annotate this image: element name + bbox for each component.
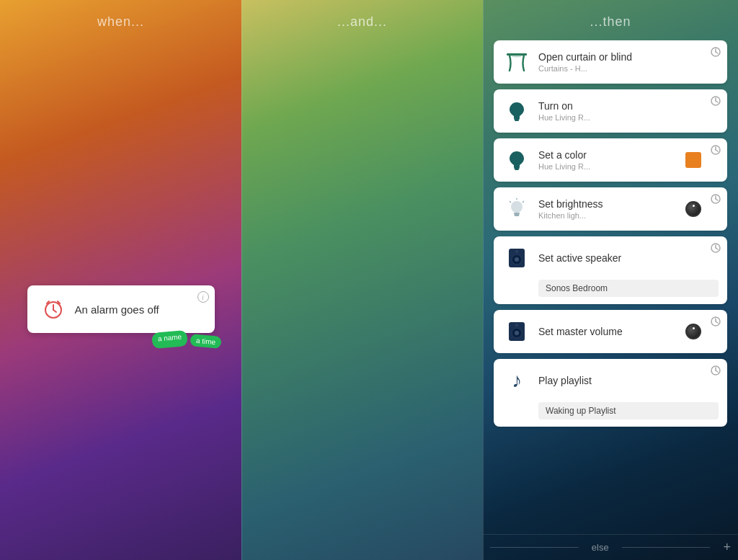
then-card-subtitle-3: Kitchen ligh... <box>538 211 678 220</box>
then-cards-list: Open curtain or blind Curtains - H... <box>483 40 738 538</box>
brightness-knob[interactable] <box>685 201 701 217</box>
speaker-icon-wrap-5 <box>502 317 531 346</box>
then-card-title-6: Play playlist <box>538 375 719 386</box>
col-divider-1 <box>241 0 242 560</box>
then-header: ...then <box>483 0 738 40</box>
then-card-title-2: Set a color <box>538 149 678 161</box>
speaker-icon-5 <box>504 319 530 345</box>
light-bulb-icon-wrap <box>502 195 531 223</box>
timer-icon-1[interactable] <box>710 95 721 107</box>
svg-line-11 <box>716 101 718 102</box>
then-card-set-color[interactable]: Set a color Hue Living R... <box>494 138 727 182</box>
svg-line-28 <box>716 248 718 249</box>
then-card-title-3: Set brightness <box>538 198 678 210</box>
color-swatch[interactable] <box>685 152 701 168</box>
then-card-title-4: Set active speaker <box>538 252 719 264</box>
svg-rect-17 <box>514 167 520 169</box>
else-line-left <box>490 547 579 548</box>
hue-bulb-icon-2 <box>504 147 530 173</box>
then-card-play-playlist[interactable]: ♪ Play playlist Waking up Playlist <box>494 359 727 427</box>
svg-line-24 <box>523 201 524 203</box>
then-card-top-5: Set master volume <box>502 317 719 346</box>
hue-icon-wrap-2 <box>502 146 531 174</box>
svg-point-39 <box>515 324 518 326</box>
when-card-title: An alarm goes off <box>75 303 159 316</box>
svg-line-7 <box>716 52 718 53</box>
tag-time[interactable]: a time <box>190 334 223 349</box>
then-card-subtitle-2: Hue Living R... <box>538 162 678 171</box>
hue-icon-wrap-1 <box>502 97 531 125</box>
tag-name[interactable]: a name <box>151 330 188 349</box>
then-card-set-volume[interactable]: Set master volume <box>494 310 727 353</box>
speaker-icon-wrap-4 <box>502 244 531 272</box>
alarm-clock-icon <box>42 298 65 321</box>
speaker-icon-4 <box>504 245 530 271</box>
else-label: else <box>592 542 609 553</box>
svg-line-16 <box>716 150 718 151</box>
then-card-top-6: ♪ Play playlist <box>502 366 719 395</box>
when-card: i An alarm goes off a name a time <box>27 285 215 333</box>
timer-icon-0[interactable] <box>710 46 721 58</box>
timer-icon-5[interactable] <box>710 316 721 327</box>
alarm-icon-wrap <box>40 296 66 322</box>
col-and: ...and... <box>241 0 483 560</box>
curtain-icon-wrap <box>502 48 531 76</box>
then-card-set-speaker[interactable]: Set active speaker Sonos Bedroom <box>494 236 727 304</box>
svg-line-21 <box>716 199 718 200</box>
info-icon[interactable]: i <box>197 291 209 303</box>
when-header: when... <box>0 0 241 40</box>
timer-icon-6[interactable] <box>710 365 721 376</box>
then-card-subtitle-0: Curtains - H... <box>538 64 719 73</box>
then-card-open-curtain[interactable]: Open curtain or blind Curtains - H... <box>494 40 727 84</box>
svg-point-32 <box>515 250 518 253</box>
then-card-top-0: Open curtain or blind Curtains - H... <box>502 48 719 76</box>
svg-point-22 <box>511 201 523 213</box>
then-card-title-1: Turn on <box>538 100 719 112</box>
then-card-content-6: Play playlist <box>538 375 719 386</box>
then-card-title-5: Set master volume <box>538 326 678 337</box>
then-card-set-brightness[interactable]: Set brightness Kitchen ligh... <box>494 187 727 231</box>
and-header: ...and... <box>241 0 483 40</box>
tags-container: a name a time <box>152 332 222 347</box>
then-card-content-3: Set brightness Kitchen ligh... <box>538 198 678 220</box>
then-card-subtitle-1: Hue Living R... <box>538 113 719 122</box>
then-card-top-4: Set active speaker <box>502 244 719 272</box>
speaker-input[interactable]: Sonos Bedroom <box>538 280 719 297</box>
then-card-top-3: Set brightness Kitchen ligh... <box>502 195 719 223</box>
else-line-right <box>622 547 711 548</box>
then-card-content-2: Set a color Hue Living R... <box>538 149 678 171</box>
svg-line-42 <box>716 370 718 372</box>
col-then: ...then Op <box>483 0 738 560</box>
music-icon-wrap: ♪ <box>502 366 531 395</box>
col-divider-2 <box>483 0 484 560</box>
light-bulb-icon <box>504 196 530 222</box>
then-card-content-5: Set master volume <box>538 326 678 337</box>
svg-rect-13 <box>515 120 519 121</box>
svg-rect-18 <box>515 169 519 170</box>
hue-bulb-icon-1 <box>504 98 530 124</box>
svg-line-25 <box>510 201 511 203</box>
svg-line-2 <box>53 310 56 312</box>
then-card-top-2: Set a color Hue Living R... <box>502 146 719 174</box>
playlist-input[interactable]: Waking up Playlist <box>538 402 719 419</box>
music-note-icon: ♪ <box>512 369 522 392</box>
col-when: when... i An alarm goes off a name a tim… <box>0 0 241 560</box>
svg-line-35 <box>716 321 718 323</box>
curtain-icon <box>504 49 530 75</box>
then-card-turn-on[interactable]: Turn on Hue Living R... <box>494 89 727 133</box>
then-card-content-0: Open curtain or blind Curtains - H... <box>538 51 719 73</box>
volume-knob[interactable] <box>685 324 701 339</box>
then-card-content-1: Turn on Hue Living R... <box>538 100 719 122</box>
svg-point-31 <box>515 257 519 262</box>
else-bar: else + <box>483 534 738 560</box>
else-plus-button[interactable]: + <box>723 540 731 555</box>
timer-icon-4[interactable] <box>710 242 721 254</box>
svg-rect-12 <box>514 118 520 120</box>
main-container: when... i An alarm goes off a name a tim… <box>0 0 738 560</box>
svg-point-38 <box>515 331 519 335</box>
then-card-content-4: Set active speaker <box>538 252 719 264</box>
timer-icon-2[interactable] <box>710 144 721 156</box>
then-card-title-0: Open curtain or blind <box>538 51 719 63</box>
timer-icon-3[interactable] <box>710 193 721 205</box>
then-card-top-1: Turn on Hue Living R... <box>502 97 719 125</box>
